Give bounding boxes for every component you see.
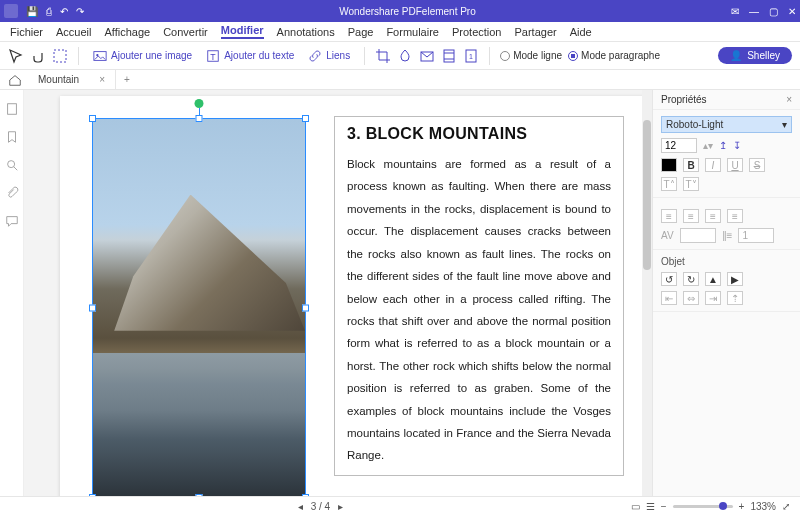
italic-button[interactable]: I — [705, 158, 721, 172]
background-icon[interactable] — [419, 48, 435, 64]
attachments-icon[interactable] — [5, 186, 19, 200]
underline-button[interactable]: U — [727, 158, 743, 172]
obj-align-right-button[interactable]: ⇥ — [705, 291, 721, 305]
fit-page-icon[interactable]: ⤢ — [782, 501, 790, 512]
letter-spacing-input[interactable] — [680, 228, 716, 243]
align-center-button[interactable]: ≡ — [683, 209, 699, 223]
font-size-input[interactable] — [661, 138, 697, 153]
add-text-button[interactable]: TAjouter du texte — [202, 47, 298, 65]
resize-handle-bl[interactable] — [89, 494, 96, 496]
bold-button[interactable]: B — [683, 158, 699, 172]
panel-close-icon[interactable]: × — [786, 94, 792, 105]
mail-icon[interactable]: ✉ — [731, 6, 739, 17]
menu-convertir[interactable]: Convertir — [163, 26, 208, 38]
print-icon[interactable]: ⎙ — [46, 6, 52, 17]
rotate-ccw-button[interactable]: ↺ — [661, 272, 677, 286]
zoom-out-icon[interactable]: − — [661, 501, 667, 512]
close-icon[interactable]: ✕ — [788, 6, 796, 17]
link-button[interactable]: Liens — [304, 47, 354, 65]
status-bar: ◂ 3 / 4 ▸ ▭ ☰ − + 133% ⤢ — [0, 496, 800, 516]
header-footer-icon[interactable] — [441, 48, 457, 64]
menu-annotations[interactable]: Annotations — [277, 26, 335, 38]
strike-button[interactable]: S — [749, 158, 765, 172]
tab-close-icon[interactable]: × — [99, 74, 105, 85]
resize-handle-bm[interactable] — [196, 494, 203, 496]
obj-align-left-button[interactable]: ⇤ — [661, 291, 677, 305]
document-canvas[interactable]: 3. BLOCK MOUNTAINS Block mountains are f… — [24, 90, 652, 496]
view-continuous-icon[interactable]: ☰ — [646, 501, 655, 512]
watermark-icon[interactable] — [397, 48, 413, 64]
menu-affichage[interactable]: Affichage — [104, 26, 150, 38]
vertical-scrollbar[interactable] — [642, 90, 652, 496]
selected-image[interactable] — [92, 118, 306, 496]
add-image-button[interactable]: Ajouter une image — [89, 47, 196, 65]
zoom-slider[interactable] — [673, 505, 733, 508]
font-family-select[interactable]: Roboto-Light▾ — [661, 116, 792, 133]
zoom-in-icon[interactable]: + — [739, 501, 745, 512]
mode-paragraph-radio[interactable]: Mode paragraphe — [568, 50, 660, 61]
menu-fichier[interactable]: Fichier — [10, 26, 43, 38]
svg-line-13 — [13, 167, 17, 171]
chevron-down-icon: ▾ — [782, 119, 787, 130]
resize-handle-tl[interactable] — [89, 115, 96, 122]
resize-handle-mr[interactable] — [302, 305, 309, 312]
font-size-stepper[interactable]: ▴▾ — [703, 140, 713, 151]
crop-icon[interactable] — [375, 48, 391, 64]
svg-text:T: T — [210, 51, 216, 61]
superscript-button[interactable]: T˄ — [661, 177, 677, 191]
align-justify-button[interactable]: ≡ — [727, 209, 743, 223]
view-single-icon[interactable]: ▭ — [631, 501, 640, 512]
line-height-input[interactable] — [738, 228, 774, 243]
menu-modifier[interactable]: Modifier — [221, 24, 264, 39]
obj-align-center-button[interactable]: ⇔ — [683, 291, 699, 305]
scroll-thumb[interactable] — [643, 120, 651, 270]
new-tab-button[interactable]: + — [116, 74, 138, 85]
font-color-swatch[interactable] — [661, 158, 677, 172]
menu-partager[interactable]: Partager — [514, 26, 556, 38]
flip-horizontal-button[interactable]: ▲ — [705, 272, 721, 286]
tab-label: Mountain — [38, 74, 79, 85]
menu-accueil[interactable]: Accueil — [56, 26, 91, 38]
tab-mountain[interactable]: Mountain × — [28, 70, 116, 89]
resize-handle-br[interactable] — [302, 494, 309, 496]
redo-icon[interactable]: ↷ — [76, 6, 84, 17]
subscript-button[interactable]: T˅ — [683, 177, 699, 191]
select-tool-icon[interactable] — [8, 48, 24, 64]
edit-object-icon[interactable] — [52, 48, 68, 64]
minimize-icon[interactable]: — — [749, 6, 759, 17]
bookmarks-icon[interactable] — [5, 130, 19, 144]
bates-icon[interactable]: 1 — [463, 48, 479, 64]
home-icon[interactable] — [8, 73, 22, 87]
page-indicator[interactable]: 3 / 4 — [311, 501, 330, 512]
maximize-icon[interactable]: ▢ — [769, 6, 778, 17]
search-rail-icon[interactable] — [5, 158, 19, 172]
align-right-button[interactable]: ≡ — [705, 209, 721, 223]
resize-handle-tm[interactable] — [196, 115, 203, 122]
undo-icon[interactable]: ↶ — [60, 6, 68, 17]
line-height-icon: ‖≡ — [722, 230, 733, 241]
resize-handle-tr[interactable] — [302, 115, 309, 122]
comments-icon[interactable] — [5, 214, 19, 228]
menu-page[interactable]: Page — [348, 26, 374, 38]
zoom-value[interactable]: 133% — [750, 501, 776, 512]
increase-size-icon[interactable]: ↥ — [719, 140, 727, 151]
next-page-icon[interactable]: ▸ — [338, 501, 343, 512]
rotate-cw-button[interactable]: ↻ — [683, 272, 699, 286]
align-left-button[interactable]: ≡ — [661, 209, 677, 223]
save-icon[interactable]: 💾 — [26, 6, 38, 17]
hand-tool-icon[interactable] — [30, 48, 46, 64]
decrease-size-icon[interactable]: ↧ — [733, 140, 741, 151]
menu-formulaire[interactable]: Formulaire — [386, 26, 439, 38]
user-badge[interactable]: 👤Shelley — [718, 47, 792, 64]
prev-page-icon[interactable]: ◂ — [298, 501, 303, 512]
text-block[interactable]: 3. BLOCK MOUNTAINS Block mountains are f… — [334, 116, 624, 476]
obj-align-top-button[interactable]: ⇡ — [727, 291, 743, 305]
rotate-handle[interactable] — [195, 99, 204, 108]
menu-protection[interactable]: Protection — [452, 26, 502, 38]
menu-aide[interactable]: Aide — [570, 26, 592, 38]
mode-line-radio[interactable]: Mode ligne — [500, 50, 562, 61]
pdf-page: 3. BLOCK MOUNTAINS Block mountains are f… — [60, 96, 650, 496]
thumbnails-icon[interactable] — [5, 102, 19, 116]
resize-handle-ml[interactable] — [89, 305, 96, 312]
flip-vertical-button[interactable]: ▶ — [727, 272, 743, 286]
